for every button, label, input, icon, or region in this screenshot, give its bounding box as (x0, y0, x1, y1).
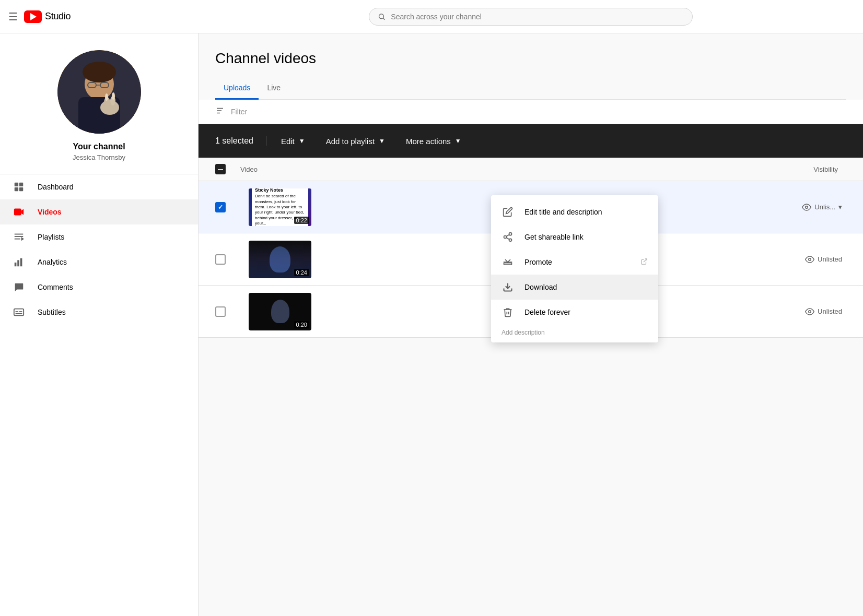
svg-point-39 (504, 236, 507, 239)
svg-line-42 (506, 234, 509, 236)
topbar-left: ☰ Studio (8, 10, 207, 23)
menu-item-download[interactable]: Download (491, 275, 658, 300)
videos-label: Videos (38, 208, 62, 216)
select-all-checkbox[interactable] (215, 164, 226, 174)
sidebar: Your channel Jessica Thornsby Dashboard … (0, 33, 199, 616)
row1-check-col (215, 202, 240, 212)
channel-profile: Your channel Jessica Thornsby (0, 33, 198, 174)
filter-label: Filter (231, 108, 247, 116)
sidebar-item-analytics[interactable]: Analytics (0, 250, 198, 275)
row2-checkbox[interactable] (215, 254, 226, 265)
svg-point-0 (379, 14, 384, 18)
row2-thumbnail[interactable]: 0:24 (249, 241, 311, 278)
row2-visibility: Unlisted (752, 255, 846, 264)
youtube-logo (24, 10, 42, 23)
menu-item-share-link[interactable]: Get shareable link (491, 224, 658, 250)
svg-rect-17 (19, 183, 23, 186)
svg-rect-16 (15, 183, 18, 186)
download-label: Download (524, 283, 648, 291)
row3-thumbnail[interactable]: 0:20 (249, 293, 311, 330)
play-triangle (30, 13, 37, 20)
row2-check-col (215, 254, 240, 265)
svg-marker-24 (21, 237, 25, 241)
svg-rect-27 (20, 258, 22, 267)
svg-line-44 (644, 258, 647, 262)
svg-rect-22 (15, 236, 24, 237)
row1-eye-icon (802, 203, 811, 212)
svg-point-15 (112, 92, 115, 100)
sidebar-item-subtitles[interactable]: Subtitles (0, 300, 198, 325)
playlists-label: Playlists (38, 233, 64, 241)
download-icon (502, 281, 514, 293)
more-actions-button[interactable]: More actions ▼ (395, 133, 472, 150)
svg-point-40 (509, 239, 512, 241)
tab-uploads[interactable]: Uploads (215, 77, 259, 100)
svg-rect-19 (19, 187, 23, 191)
row3-check-col (215, 306, 240, 317)
subtitles-icon (13, 306, 25, 318)
ghost-figure2 (271, 300, 289, 323)
svg-rect-23 (15, 239, 20, 240)
comments-icon (13, 281, 25, 293)
promote-icon (502, 256, 514, 268)
svg-rect-20 (14, 209, 21, 216)
svg-rect-21 (15, 234, 24, 235)
dashboard-icon (13, 181, 25, 193)
row3-checkbox[interactable] (215, 306, 226, 317)
svg-point-7 (83, 62, 116, 82)
sidebar-item-videos[interactable]: Videos (0, 199, 198, 224)
edit-button[interactable]: Edit ▼ (271, 133, 316, 150)
filter-icon[interactable] (215, 106, 225, 117)
main-layout: Your channel Jessica Thornsby Dashboard … (0, 33, 863, 616)
logo-area[interactable]: Studio (24, 10, 71, 23)
add-to-playlist-button[interactable]: Add to playlist ▼ (316, 133, 395, 150)
svg-point-38 (509, 233, 512, 235)
selected-count: 1 selected (215, 136, 266, 146)
sidebar-item-playlists[interactable]: Playlists (0, 224, 198, 250)
row1-checkbox[interactable] (215, 202, 226, 212)
playlists-icon (13, 231, 25, 243)
svg-rect-29 (16, 311, 18, 312)
menu-item-edit-title[interactable]: Edit title and description (491, 199, 658, 224)
header-visibility-col: Visibility (752, 165, 846, 173)
row1-visibility: Unlis... ▾ (752, 203, 846, 212)
edit-dropdown-arrow: ▼ (299, 137, 305, 145)
comments-label: Comments (38, 283, 73, 291)
row1-duration: 0:22 (294, 217, 309, 224)
playlist-dropdown-arrow: ▼ (379, 137, 385, 145)
menu-item-delete[interactable]: Delete forever (491, 300, 658, 325)
share-link-label: Get shareable link (524, 233, 648, 241)
svg-point-35 (806, 206, 808, 208)
main-content: Channel videos Uploads Live Filter 1 sel… (199, 33, 863, 616)
add-description: Add description (491, 325, 658, 338)
avatar (57, 50, 141, 134)
row3-duration: 0:20 (294, 321, 309, 328)
tab-live[interactable]: Live (259, 77, 289, 100)
main-inner: Channel videos Uploads Live (199, 33, 863, 100)
header-video-col: Video (240, 165, 752, 173)
search-input[interactable] (391, 13, 684, 21)
filter-bar: Filter (199, 100, 863, 124)
sidebar-item-comments[interactable]: Comments (0, 275, 198, 300)
menu-item-promote[interactable]: Promote (491, 250, 658, 275)
row3-visibility-text: Unlisted (818, 307, 842, 315)
topbar: ☰ Studio (0, 0, 863, 33)
row1-visibility-dropdown[interactable]: ▾ (838, 203, 842, 211)
sidebar-item-dashboard[interactable]: Dashboard (0, 174, 198, 199)
svg-point-36 (809, 258, 811, 260)
avatar-image (57, 50, 141, 134)
svg-rect-25 (15, 263, 17, 266)
analytics-icon (13, 256, 25, 268)
row3-visibility: Unlisted (752, 307, 846, 316)
search-bar[interactable] (369, 8, 693, 26)
channel-handle: Jessica Thornsby (73, 153, 125, 161)
ghost-figure (270, 246, 290, 273)
hamburger-icon[interactable]: ☰ (8, 10, 18, 23)
channel-name: Your channel (73, 142, 125, 151)
avatar-svg (57, 50, 141, 134)
row1-visibility-text: Unlis... (814, 203, 835, 211)
delete-label: Delete forever (524, 308, 648, 316)
row1-thumbnail[interactable]: Sticky Notes Don't be scared of the mons… (249, 188, 311, 226)
share-link-icon (502, 231, 514, 243)
table-header: Video Visibility (199, 158, 863, 181)
